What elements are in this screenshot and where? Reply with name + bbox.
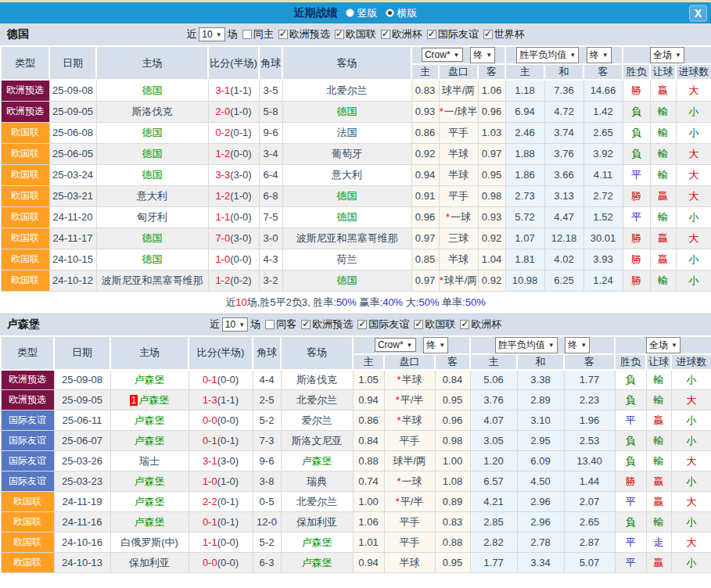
match-count-select[interactable]: 10 — [222, 317, 248, 332]
halftime-score: (0-2) — [230, 274, 251, 286]
result-mark: 勝 — [623, 270, 650, 291]
close-icon[interactable]: X — [689, 5, 707, 21]
away-team-name: 北爱尔兰 — [327, 84, 368, 96]
avg-draw: 4.02 — [544, 249, 584, 270]
away-team: 葡萄牙 — [282, 143, 411, 164]
near-label: 近 — [210, 317, 220, 332]
corners: 4-4 — [253, 370, 281, 390]
rank-badge: 1 — [130, 395, 138, 406]
match-count-select[interactable]: 10 — [199, 27, 224, 41]
col-date: 日期 — [49, 46, 96, 80]
handicap-result-mark: 走 — [646, 532, 671, 553]
result-mark: 平 — [615, 532, 646, 553]
goals-mark: 大 — [676, 228, 711, 249]
corners: 9-6 — [253, 451, 281, 471]
avg-home: 2.73 — [505, 185, 544, 206]
corners: 3-5 — [259, 80, 282, 101]
result-mark: 負 — [623, 101, 650, 122]
final-avg-select[interactable]: 终 — [565, 337, 590, 353]
away-team: 爱尔兰 — [281, 411, 353, 431]
league-badge: 欧国联 — [1, 228, 49, 249]
radio-horizontal-layout[interactable] — [386, 9, 394, 17]
league-checkbox[interactable] — [357, 320, 367, 329]
handicap-result-mark: 輸 — [646, 512, 671, 532]
goals-mark: 小 — [676, 206, 711, 228]
handicap: *平/半 — [384, 390, 435, 411]
league-checkbox[interactable] — [301, 320, 311, 329]
league-checkbox[interactable] — [335, 30, 344, 39]
league-checkbox[interactable] — [381, 30, 390, 39]
result-mark: 勝 — [623, 249, 650, 270]
final-avg-select[interactable]: 终 — [587, 47, 612, 63]
home-team-name: 卢森堡 — [138, 394, 169, 406]
league-checkbox[interactable] — [278, 30, 288, 39]
same-away-checkbox[interactable] — [265, 320, 275, 329]
league-checkbox[interactable] — [460, 320, 469, 329]
handicap: *半球 — [384, 370, 435, 390]
result-mark: 勝 — [623, 228, 650, 249]
wdl-avg-select[interactable]: 胜平负均值 — [495, 337, 558, 353]
home-team-name: 斯洛伐克 — [132, 106, 173, 117]
avg-home: 2.82 — [470, 532, 517, 553]
col-odds-away: 客 — [435, 354, 470, 370]
bookmaker-select[interactable]: Crow* — [375, 338, 416, 352]
match-row: 国际友谊25-03-23卢森堡1-0(1-0)3-8瑞典0.74*一球1.086… — [1, 471, 711, 492]
handicap-text: 一/球半 — [444, 106, 478, 117]
same-home-checkbox[interactable] — [242, 30, 252, 39]
final-odds-select[interactable]: 终 — [470, 47, 495, 63]
match-date: 24-10-13 — [54, 553, 110, 573]
corners: 5-2 — [253, 532, 281, 553]
crow-home-odds: 1.01 — [353, 532, 384, 553]
handicap-text: 平手 — [448, 190, 469, 202]
final-odds-select[interactable]: 终 — [423, 337, 448, 353]
titlebar: 近期战绩 竖版 横版 X — [0, 0, 711, 23]
handicap: 平手 — [384, 512, 435, 532]
league-checkbox-label: 欧国联 — [346, 28, 376, 40]
crow-away-odds: 0.98 — [478, 185, 505, 206]
scope-select[interactable]: 全场 — [650, 47, 684, 63]
crow-home-odds: 0.92 — [411, 143, 439, 164]
avg-away: 2.72 — [584, 185, 623, 206]
league-checkbox[interactable] — [483, 30, 493, 39]
col-away: 客场 — [282, 46, 411, 80]
crow-away-odds: 0.96 — [435, 411, 470, 431]
goals-mark: 大 — [676, 185, 711, 206]
league-checkbox[interactable] — [414, 320, 423, 329]
goals-mark: 大 — [676, 164, 711, 185]
score: 1-2(0-0) — [208, 143, 259, 164]
avg-draw: 3.66 — [544, 164, 584, 185]
league-badge: 国际友谊 — [1, 431, 54, 451]
goals-mark: 小 — [671, 431, 711, 451]
league-checkbox[interactable] — [427, 30, 436, 39]
star-mark: * — [440, 274, 443, 286]
handicap: 平手 — [439, 185, 478, 206]
away-team-name: 德国 — [337, 211, 357, 223]
handicap-text: 球半/两 — [442, 84, 476, 96]
crow-away-odds: 0.88 — [435, 532, 470, 553]
section-header-germany: 德国 近 10 场 同主 欧洲预选欧国联欧洲杯国际友谊世界杯 — [0, 23, 711, 45]
avg-draw: 4.47 — [544, 206, 584, 228]
corners: 3-8 — [253, 471, 281, 492]
avg-away: 13.40 — [564, 451, 615, 471]
away-team-name: 爱尔兰 — [302, 414, 332, 426]
away-team-name: 德国 — [337, 106, 357, 117]
goals-mark: 小 — [671, 553, 711, 573]
col-goals: 进球数 — [676, 64, 711, 80]
score: 1-0(0-0) — [208, 249, 259, 270]
scope-select[interactable]: 全场 — [646, 337, 680, 353]
score: 7-0(3-0) — [208, 228, 259, 249]
home-team: 白俄罗斯(中) — [110, 532, 189, 553]
league-badge: 欧洲预选 — [1, 370, 54, 390]
league-badge: 欧国联 — [1, 270, 49, 291]
avg-draw: 7.36 — [544, 80, 584, 101]
match-row: 欧国联25-03-21意大利1-2(1-0)6-8德国0.91平手0.982.7… — [1, 185, 711, 206]
goals-mark: 小 — [676, 270, 711, 291]
wdl-avg-select[interactable]: 胜平负均值 — [516, 47, 579, 63]
match-row: 国际友谊25-06-11卢森堡0-0(0-0)5-2爱尔兰0.86*半球0.96… — [1, 411, 711, 431]
matches-label: 场 — [250, 317, 260, 332]
away-team: 德国 — [282, 270, 411, 291]
bookmaker-select[interactable]: Crow* — [422, 48, 463, 62]
radio-vertical-layout[interactable] — [346, 9, 354, 17]
result-mark: 勝 — [623, 80, 650, 101]
col-goals: 进球数 — [671, 354, 711, 370]
